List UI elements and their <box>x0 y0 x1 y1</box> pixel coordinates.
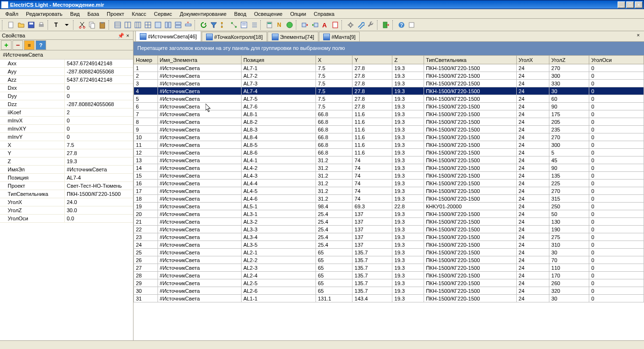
property-value[interactable]: -287.808824055068 <box>65 100 133 108</box>
property-row[interactable]: ПроектСвет-Тест-НО-Тюмень <box>0 182 133 190</box>
print-button[interactable] <box>36 20 46 30</box>
column-header[interactable]: Y <box>352 56 392 64</box>
table-cell[interactable]: 27 <box>134 264 158 272</box>
table-cell[interactable]: 3 <box>134 80 158 87</box>
table-cell[interactable]: 0 <box>589 149 644 156</box>
table-cell[interactable]: AL2-6 <box>241 287 316 295</box>
table-cell[interactable]: 19.3 <box>392 249 424 256</box>
table-cell[interactable]: 19.3 <box>392 295 424 302</box>
table-cell[interactable]: 135.7 <box>352 264 392 272</box>
table-cell[interactable]: 19.3 <box>392 64 424 72</box>
table-row[interactable]: 9#ИсточникСветаAL8-366.811.619.3ПКН-1500… <box>134 126 644 133</box>
table-cell[interactable]: 12 <box>134 149 158 156</box>
table-cell[interactable]: 135.7 <box>352 249 392 256</box>
table-cell[interactable]: 28 <box>134 272 158 279</box>
table-cell[interactable]: 19.3 <box>392 118 424 126</box>
table-cell[interactable]: AL7-6 <box>241 103 316 110</box>
table-cell[interactable]: #ИсточникСвета <box>158 272 241 279</box>
table-row[interactable]: 8#ИсточникСветаAL8-266.811.619.3ПКН-1500… <box>134 118 644 126</box>
table-cell[interactable]: 19.3 <box>392 218 424 226</box>
data-grid[interactable]: НомерИмя_ЭлементаПозицияXYZТипСветильник… <box>134 55 644 340</box>
table-cell[interactable]: AL5-1 <box>241 203 316 210</box>
table-row[interactable]: 18#ИсточникСветаAL4-631.27419.3ПКН-1500/… <box>134 195 644 203</box>
table-cell[interactable]: 25.4 <box>316 233 352 241</box>
table-cell[interactable]: 60 <box>549 95 589 103</box>
table-cell[interactable]: 19.3 <box>392 110 424 118</box>
table-cell[interactable]: ПКН-1500/КГ220-1500 <box>424 226 516 233</box>
table-cell[interactable]: 27.8 <box>352 72 392 80</box>
property-value[interactable]: ПКН-1500/КГ220-1500 <box>65 190 133 198</box>
table-cell[interactable]: 19.3 <box>392 241 424 249</box>
property-value[interactable]: 24.0 <box>65 198 133 206</box>
table-cell[interactable]: 0 <box>589 256 644 264</box>
table-cell[interactable]: ПКН-1500/КГ220-1500 <box>424 118 516 126</box>
menu-сервис[interactable]: Сервис <box>151 10 176 18</box>
table-cell[interactable]: ПКН-1500/КГ220-1500 <box>424 141 516 149</box>
property-value[interactable]: 0 <box>65 125 133 132</box>
table-cell[interactable]: ПКН-1500/КГ220-1500 <box>424 72 516 80</box>
table-cell[interactable]: 19.3 <box>392 87 424 95</box>
table-cell[interactable]: 0 <box>589 249 644 256</box>
table-cell[interactable]: 19.3 <box>392 226 424 233</box>
table-row[interactable]: 3#ИсточникСветаAL7-37.527.819.3ПКН-1500/… <box>134 80 644 87</box>
property-value[interactable]: 5437.67249142148 <box>65 60 133 67</box>
table-cell[interactable]: 19.3 <box>392 126 424 133</box>
table-cell[interactable]: 65 <box>316 272 352 279</box>
table-row[interactable]: 1#ИсточникСветаAL7-17.527.819.3ПКН-1500/… <box>134 64 644 72</box>
table-cell[interactable]: 24 <box>516 210 549 218</box>
table-cell[interactable]: 170 <box>549 272 589 279</box>
table-cell[interactable]: 27.8 <box>352 80 392 87</box>
table-cell[interactable]: 74 <box>352 187 392 195</box>
table-cell[interactable]: 0 <box>589 164 644 172</box>
tree1-button[interactable] <box>219 20 229 30</box>
tab[interactable]: #ИсточникСвета[46] <box>135 31 201 41</box>
table-cell[interactable]: AL2-4 <box>241 272 316 279</box>
table-cell[interactable]: 66.8 <box>316 126 352 133</box>
tab[interactable]: Элементы[74] <box>267 32 318 41</box>
table-row[interactable]: 14#ИсточникСветаAL4-231.27419.3ПКН-1500/… <box>134 164 644 172</box>
tools-icon[interactable] <box>356 20 365 30</box>
table-cell[interactable]: 10 <box>134 133 158 141</box>
table-cell[interactable]: ПКН-1500/КГ220-1500 <box>424 149 516 156</box>
column-header[interactable]: Номер <box>134 56 158 64</box>
table-cell[interactable]: AL4-5 <box>241 187 316 195</box>
table-row[interactable]: 28#ИсточникСветаAL2-465135.719.3ПКН-1500… <box>134 272 644 279</box>
table-cell[interactable]: AL2-1 <box>241 249 316 256</box>
toolbar-handle[interactable] <box>109 20 111 30</box>
grid3-button[interactable] <box>133 20 143 30</box>
property-row[interactable]: mInvY0 <box>0 133 133 141</box>
table-cell[interactable]: 24 <box>516 195 549 203</box>
table-cell[interactable]: 19.3 <box>392 133 424 141</box>
table-cell[interactable]: ПКН-1500/КГ220-1500 <box>424 218 516 226</box>
table-cell[interactable]: AL7-1 <box>241 64 316 72</box>
table-cell[interactable]: 135.7 <box>352 287 392 295</box>
table-cell[interactable]: 270 <box>549 64 589 72</box>
table-cell[interactable]: 0 <box>589 203 644 210</box>
table-cell[interactable]: ПКН-1500/КГ220-1500 <box>424 249 516 256</box>
table-cell[interactable]: 31.2 <box>316 164 352 172</box>
tab[interactable]: #Мачта[9] <box>319 32 360 41</box>
new-button[interactable] <box>6 20 16 30</box>
table-cell[interactable]: #ИсточникСвета <box>158 256 241 264</box>
table-cell[interactable]: 24 <box>516 133 549 141</box>
table-cell[interactable]: 25.4 <box>316 218 352 226</box>
table-cell[interactable]: ПКН-1500/КГ220-1500 <box>424 295 516 302</box>
table-cell[interactable]: 19.3 <box>392 172 424 180</box>
dropdown-icon[interactable] <box>62 20 72 30</box>
table-cell[interactable]: 25.4 <box>316 210 352 218</box>
calc-button[interactable] <box>265 20 274 30</box>
grid7-button[interactable] <box>173 20 183 30</box>
table-cell[interactable]: #ИсточникСвета <box>158 226 241 233</box>
table-cell[interactable]: 19.3 <box>392 180 424 187</box>
column-header[interactable]: Позиция <box>241 56 316 64</box>
table-cell[interactable]: ПКН-1500/КГ220-1500 <box>424 180 516 187</box>
table-cell[interactable]: #ИсточникСвета <box>158 64 241 72</box>
table-cell[interactable]: #ИсточникСвета <box>158 279 241 287</box>
table-cell[interactable]: 5 <box>134 95 158 103</box>
table-row[interactable]: 20#ИсточникСветаAL3-125.413719.3ПКН-1500… <box>134 210 644 218</box>
table-cell[interactable]: 31.2 <box>316 195 352 203</box>
table-cell[interactable]: ПКН-1500/КГ220-1500 <box>424 80 516 87</box>
table-cell[interactable]: 270 <box>549 133 589 141</box>
menu-документирование[interactable]: Документирование <box>176 10 230 18</box>
table-cell[interactable]: 19.3 <box>392 103 424 110</box>
